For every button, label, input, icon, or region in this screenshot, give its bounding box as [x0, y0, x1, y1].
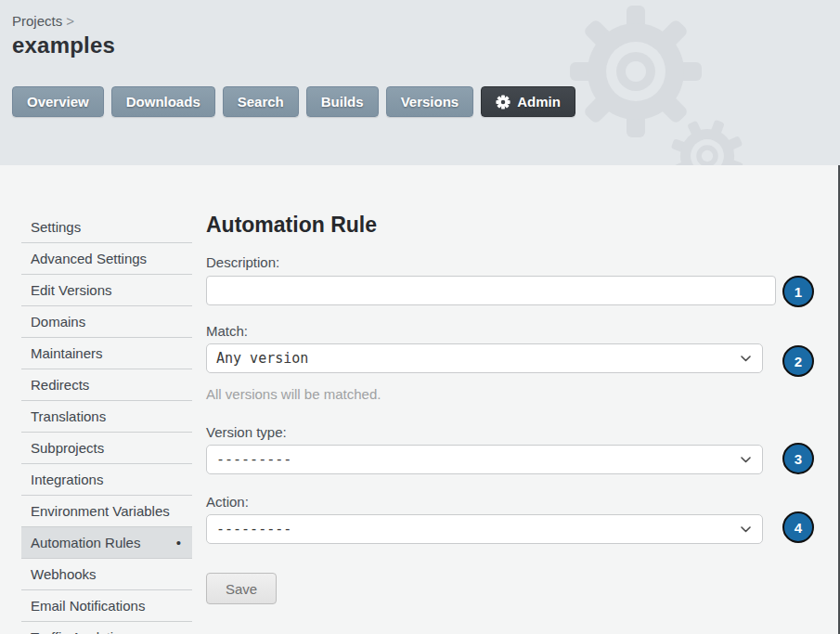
sidebar-item-advanced-settings[interactable]: Advanced Settings	[21, 243, 192, 275]
project-header: Projects> examples Overview Downloads Se…	[0, 0, 840, 165]
nav-admin-label: Admin	[517, 94, 561, 110]
automation-rule-form: Automation Rule Description: Match: Any …	[206, 212, 776, 604]
sidebar-item-label: Automation Rules	[31, 535, 140, 550]
sidebar-item-edit-versions[interactable]: Edit Versions	[21, 275, 192, 306]
description-label: Description:	[206, 253, 776, 271]
page: Projects> examples Overview Downloads Se…	[0, 0, 840, 634]
breadcrumb-projects-link[interactable]: Projects	[12, 13, 62, 29]
nav-overview-button[interactable]: Overview	[12, 86, 104, 117]
sidebar-item-redirects[interactable]: Redirects	[21, 369, 192, 401]
chevron-down-icon	[741, 457, 751, 463]
annotation-badge-4: 4	[782, 511, 814, 543]
sidebar-item-settings[interactable]: Settings	[21, 212, 192, 243]
sidebar-item-domains[interactable]: Domains	[21, 306, 192, 338]
match-label: Match:	[206, 322, 776, 340]
sidebar-item-automation-rules[interactable]: Automation Rules •	[21, 527, 192, 559]
match-help-text: All versions will be matched.	[206, 385, 776, 403]
nav-search-button[interactable]: Search	[223, 86, 299, 117]
save-button[interactable]: Save	[206, 573, 277, 604]
sidebar-item-webhooks[interactable]: Webhooks	[21, 559, 192, 590]
sidebar-item-email-notifications[interactable]: Email Notifications	[21, 590, 192, 622]
nav-versions-button[interactable]: Versions	[386, 86, 474, 117]
page-title: examples	[12, 32, 840, 58]
annotation-badge-3: 3	[782, 443, 814, 474]
match-select[interactable]: Any version	[206, 343, 763, 373]
chevron-down-icon	[741, 526, 751, 533]
active-indicator-dot-icon: •	[176, 527, 181, 558]
match-select-value: Any version	[216, 350, 308, 367]
sidebar-item-translations[interactable]: Translations	[21, 401, 192, 433]
gear-icon	[496, 95, 510, 110]
annotation-badge-1: 1	[782, 276, 814, 307]
action-label: Action:	[206, 493, 776, 511]
sidebar-item-subprojects[interactable]: Subprojects	[21, 433, 192, 464]
version-type-select[interactable]: ---------	[206, 445, 763, 474]
version-type-label: Version type:	[206, 423, 776, 441]
project-nav: Overview Downloads Search Builds Version…	[12, 86, 840, 117]
admin-sidebar: Settings Advanced Settings Edit Versions…	[21, 212, 192, 634]
action-select-value: ---------	[216, 521, 291, 537]
admin-content: Settings Advanced Settings Edit Versions…	[0, 165, 840, 634]
version-type-select-value: ---------	[216, 451, 291, 468]
breadcrumb-separator: >	[66, 13, 74, 29]
nav-admin-button[interactable]: Admin	[481, 86, 575, 117]
form-heading: Automation Rule	[206, 212, 776, 238]
sidebar-item-environment-variables[interactable]: Environment Variables	[21, 496, 192, 527]
sidebar-item-traffic-analytics[interactable]: Traffic Analytics	[21, 622, 192, 634]
sidebar-item-maintainers[interactable]: Maintainers	[21, 338, 192, 369]
breadcrumb: Projects>	[12, 13, 840, 29]
sidebar-item-integrations[interactable]: Integrations	[21, 464, 192, 496]
action-select[interactable]: ---------	[206, 514, 763, 544]
description-input[interactable]	[206, 276, 776, 305]
nav-downloads-button[interactable]: Downloads	[111, 86, 215, 117]
annotation-badge-2: 2	[782, 345, 814, 377]
chevron-down-icon	[741, 356, 751, 362]
nav-builds-button[interactable]: Builds	[306, 86, 379, 117]
